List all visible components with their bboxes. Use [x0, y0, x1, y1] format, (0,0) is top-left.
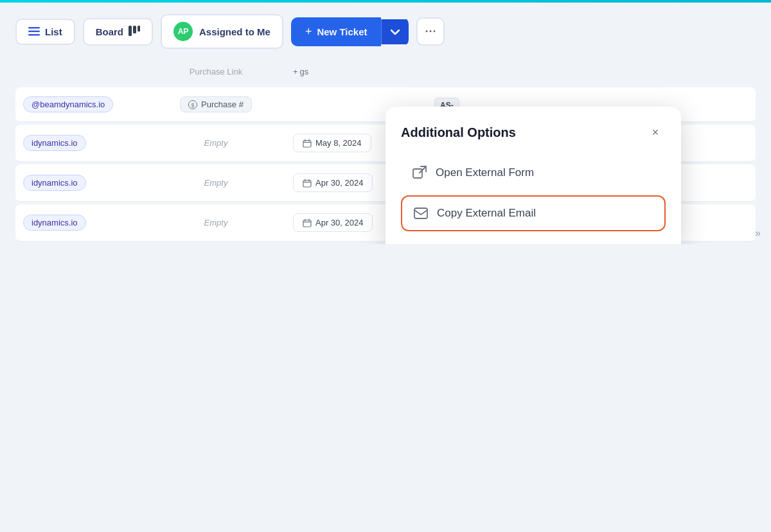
list-view-button[interactable]: List — [15, 19, 75, 45]
table-header-row: Purchase Link + gs — [15, 60, 756, 82]
popup-title: Additional Options — [401, 125, 516, 140]
empty-label: Empty — [204, 218, 228, 227]
main-content: » Purchase Link + gs @beamdynamics.io — [0, 60, 771, 244]
email-icon — [414, 208, 428, 219]
email-cell: idynamics.io — [23, 135, 139, 151]
toolbar: List Board AP Assigned to Me + New Ticke… — [0, 3, 771, 60]
close-icon: × — [652, 126, 659, 139]
svg-rect-5 — [137, 26, 140, 31]
popup-close-button[interactable]: × — [645, 122, 666, 143]
date-chip: Apr 30, 2024 — [293, 213, 373, 232]
empty-label: Empty — [204, 138, 228, 148]
more-options-button[interactable]: ··· — [416, 17, 445, 46]
plus-icon: + — [305, 25, 312, 39]
more-dots-icon: ··· — [425, 25, 436, 39]
assigned-label: Assigned to Me — [199, 26, 270, 37]
copy-external-email-item[interactable]: Copy External Email — [401, 195, 666, 231]
email-cell: idynamics.io — [23, 175, 139, 191]
open-external-form-label: Open External Form — [436, 166, 534, 179]
svg-rect-8 — [303, 140, 311, 147]
svg-rect-20 — [413, 169, 422, 178]
expand-arrows[interactable]: » — [755, 227, 761, 239]
list-icon — [28, 27, 40, 36]
date-chip: May 8, 2024 — [293, 134, 371, 152]
purchase-cell: Empty — [139, 138, 293, 148]
purchase-chip: $ Purchase # — [180, 96, 252, 112]
new-ticket-label: New Ticket — [317, 26, 367, 37]
popup-header: Additional Options × — [401, 122, 666, 143]
purchase-cell: $ Purchase # — [139, 96, 293, 112]
add-col-label: gs — [300, 67, 309, 76]
email-cell: idynamics.io — [23, 215, 139, 231]
purchase-cell: Empty — [139, 218, 293, 227]
svg-text:$: $ — [191, 102, 195, 109]
email-cell: @beamdynamics.io — [23, 96, 139, 112]
email-chip: idynamics.io — [23, 215, 86, 231]
copy-external-email-label: Copy External Email — [437, 207, 536, 220]
open-external-form-item[interactable]: Open External Form — [401, 155, 666, 190]
purchase-link-header: Purchase Link — [190, 67, 242, 76]
svg-rect-4 — [133, 26, 136, 33]
email-chip: idynamics.io — [23, 175, 86, 191]
purchase-cell: Empty — [139, 178, 293, 188]
new-ticket-button[interactable]: + New Ticket — [291, 17, 382, 46]
new-ticket-chevron-button[interactable] — [381, 19, 409, 44]
assigned-to-me-button[interactable]: AP Assigned to Me — [161, 14, 283, 49]
board-label: Board — [96, 26, 123, 37]
chevron-right-double-icon: » — [755, 227, 761, 238]
svg-rect-3 — [128, 26, 132, 36]
svg-line-21 — [420, 166, 426, 173]
svg-rect-2 — [28, 34, 40, 36]
svg-rect-12 — [303, 180, 311, 187]
new-ticket-button-group: + New Ticket — [291, 17, 409, 46]
board-icon — [128, 26, 140, 38]
svg-rect-22 — [414, 208, 427, 218]
list-label: List — [45, 26, 62, 37]
external-link-icon — [412, 166, 427, 180]
svg-rect-16 — [303, 220, 311, 227]
avatar: AP — [173, 22, 193, 41]
empty-label: Empty — [204, 178, 228, 188]
board-view-button[interactable]: Board — [83, 18, 153, 46]
email-chip: idynamics.io — [23, 135, 86, 151]
svg-rect-1 — [28, 31, 40, 33]
svg-rect-0 — [28, 27, 40, 29]
additional-options-popup: Additional Options × Open External Form — [386, 107, 681, 244]
date-chip: Apr 30, 2024 — [293, 173, 373, 192]
add-column-button[interactable]: + gs — [293, 67, 308, 76]
email-chip: @beamdynamics.io — [23, 96, 113, 112]
chevron-down-icon — [391, 27, 400, 37]
plus-col-icon: + — [293, 67, 298, 76]
